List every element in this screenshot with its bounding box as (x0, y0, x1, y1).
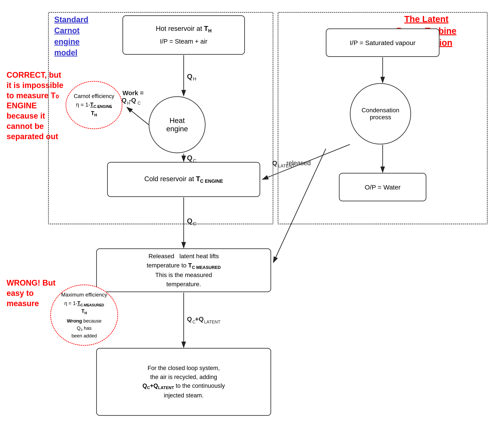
svg-text:LATENT: LATENT (204, 319, 220, 324)
svg-text:C: C (192, 319, 196, 324)
main-container: CORRECT, but it is impossible to measure… (0, 0, 504, 430)
svg-text:+Q: +Q (195, 316, 204, 323)
condensation-circle: Condensationprocess (350, 83, 411, 144)
heat-engine-circle: Heatengine (149, 96, 206, 153)
released-latent-box: Released latent heat lifts temperature t… (96, 248, 271, 292)
hot-reservoir-box: Hot reservoir at TH I/P = Steam + air (122, 15, 245, 55)
svg-text:Q: Q (187, 316, 192, 323)
max-efficiency-circle: Maximum efficiency η = 1-TC MEASURED TH … (50, 284, 118, 346)
op-water-box: O/P = Water (339, 173, 426, 201)
ip-saturated-box: I/P = Saturated vapour (326, 28, 440, 57)
cold-reservoir-box: Cold reservoir at TC ENGINE (107, 162, 260, 197)
carnot-efficiency-circle: Carnot efficiency η = 1-TC ENGINE TH (66, 81, 122, 129)
closed-loop-box: For the closed loop system, the air is r… (96, 348, 271, 416)
